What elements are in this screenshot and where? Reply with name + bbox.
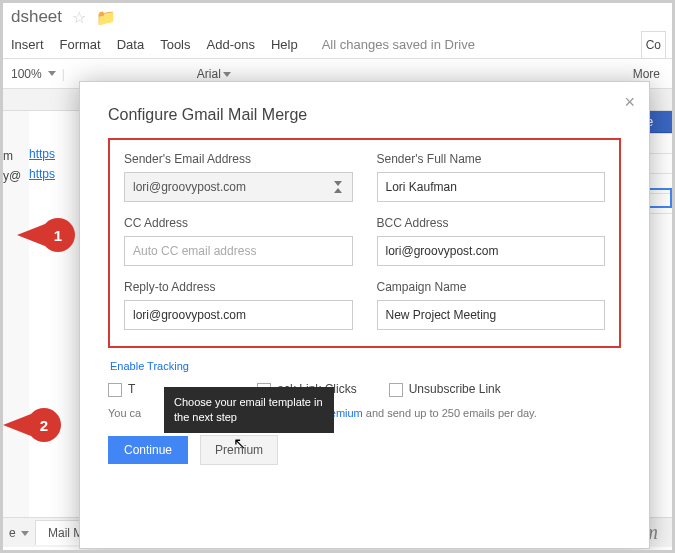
cell-text: m <box>3 149 13 163</box>
folder-icon[interactable]: 📁 <box>96 8 116 27</box>
continue-tooltip: Choose your email template in the next s… <box>164 387 334 433</box>
mail-merge-dialog: × Configure Gmail Mail Merge Sender's Em… <box>79 81 650 549</box>
font-select[interactable]: Arial <box>197 67 231 81</box>
sender-name-input[interactable] <box>377 172 606 202</box>
campaign-label: Campaign Name <box>377 280 606 294</box>
reply-label: Reply-to Address <box>124 280 353 294</box>
highlighted-fields: Sender's Email Address lori@groovypost.c… <box>108 138 621 348</box>
cursor-icon: ↖ <box>233 434 246 453</box>
bcc-label: BCC Address <box>377 216 606 230</box>
continue-button[interactable]: Continue <box>108 436 188 464</box>
menu-help[interactable]: Help <box>271 37 298 52</box>
zoom-select[interactable]: 100% <box>11 67 56 81</box>
menu-addons[interactable]: Add-ons <box>207 37 255 52</box>
menu-insert[interactable]: Insert <box>11 37 44 52</box>
track-opens-checkbox[interactable]: T <box>108 382 135 397</box>
cell-link-2[interactable]: https <box>29 167 55 181</box>
callout-2: 2 <box>27 408 61 442</box>
unsubscribe-checkbox[interactable]: Unsubscribe Link <box>389 382 501 397</box>
sender-email-select[interactable]: lori@groovypost.com <box>124 172 353 202</box>
enable-tracking-link[interactable]: Enable Tracking <box>110 360 189 372</box>
menu-tools[interactable]: Tools <box>160 37 190 52</box>
comments-button[interactable]: Co <box>641 31 666 59</box>
close-icon[interactable]: × <box>624 92 635 113</box>
cc-label: CC Address <box>124 216 353 230</box>
dialog-title: Configure Gmail Mail Merge <box>108 106 621 124</box>
cc-input[interactable] <box>124 236 353 266</box>
menu-format[interactable]: Format <box>60 37 101 52</box>
doc-title[interactable]: dsheet <box>11 7 62 27</box>
star-icon[interactable]: ☆ <box>72 8 86 27</box>
sender-name-label: Sender's Full Name <box>377 152 606 166</box>
campaign-input[interactable] <box>377 300 606 330</box>
sender-email-label: Sender's Email Address <box>124 152 353 166</box>
sheet-tab-1[interactable]: e <box>9 526 29 540</box>
cell-text-2: y@ <box>3 169 21 183</box>
bcc-input[interactable] <box>377 236 606 266</box>
reply-input[interactable] <box>124 300 353 330</box>
cell-link-1[interactable]: https <box>29 147 55 161</box>
save-status: All changes saved in Drive <box>322 37 475 52</box>
menu-data[interactable]: Data <box>117 37 144 52</box>
callout-1: 1 <box>41 218 75 252</box>
toolbar-more[interactable]: More <box>633 67 660 81</box>
